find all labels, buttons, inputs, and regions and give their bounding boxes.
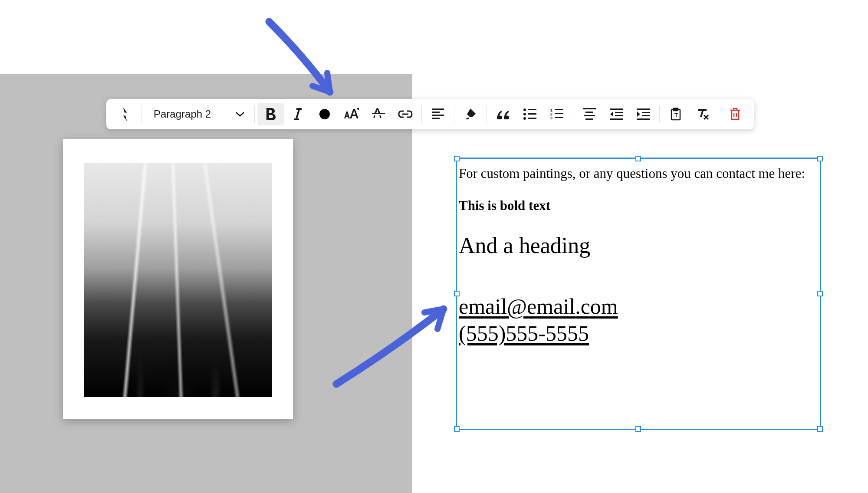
toolbar-divider bbox=[487, 105, 487, 123]
bold-button[interactable] bbox=[257, 103, 284, 125]
text-color-button[interactable] bbox=[311, 103, 338, 125]
svg-rect-29 bbox=[637, 118, 650, 120]
svg-point-8 bbox=[523, 113, 526, 115]
italic-button[interactable] bbox=[284, 103, 311, 125]
text-editor-content[interactable]: For custom paintings, or any questions y… bbox=[457, 159, 820, 350]
svg-rect-21 bbox=[585, 118, 593, 120]
toolbar-divider bbox=[719, 105, 719, 123]
toolbar-divider bbox=[454, 105, 454, 123]
heading-sample-text[interactable]: And a heading bbox=[459, 233, 818, 258]
svg-text:3: 3 bbox=[550, 116, 552, 120]
svg-rect-20 bbox=[584, 115, 595, 116]
bold-sample-text[interactable]: This is bold text bbox=[459, 198, 818, 214]
svg-rect-28 bbox=[642, 115, 650, 116]
resize-handle-bl[interactable] bbox=[454, 426, 460, 432]
svg-rect-31 bbox=[674, 108, 678, 111]
toolbar-divider bbox=[141, 105, 141, 123]
intro-paragraph[interactable]: For custom paintings, or any questions y… bbox=[459, 161, 818, 186]
toolbar-divider bbox=[254, 105, 255, 123]
vertical-align-button[interactable] bbox=[576, 103, 603, 125]
link-button[interactable] bbox=[392, 103, 419, 125]
resize-handle-tr[interactable] bbox=[817, 156, 823, 161]
text-format-toolbar: Paragraph 2 123 bbox=[106, 99, 754, 129]
email-link[interactable]: email@email.com bbox=[459, 293, 818, 320]
text-style-dropdown[interactable]: Paragraph 2 bbox=[147, 103, 249, 125]
indent-button[interactable] bbox=[630, 103, 657, 125]
svg-text:T: T bbox=[674, 112, 678, 118]
svg-rect-1 bbox=[372, 113, 385, 114]
clear-format-button[interactable] bbox=[689, 103, 716, 125]
svg-rect-7 bbox=[528, 109, 536, 110]
svg-rect-18 bbox=[583, 108, 596, 109]
svg-rect-22 bbox=[610, 108, 623, 110]
svg-rect-3 bbox=[432, 112, 440, 113]
svg-point-6 bbox=[523, 108, 526, 111]
align-button[interactable] bbox=[424, 103, 451, 125]
svg-rect-13 bbox=[555, 109, 563, 110]
phone-link[interactable]: (555)555-5555 bbox=[459, 320, 818, 347]
toolbar-divider bbox=[421, 105, 422, 123]
resize-handle-tc[interactable] bbox=[635, 156, 641, 161]
svg-rect-25 bbox=[610, 118, 623, 120]
resize-handle-bc[interactable] bbox=[635, 426, 641, 432]
toolbar-divider bbox=[659, 105, 660, 123]
svg-rect-23 bbox=[615, 112, 623, 113]
svg-rect-4 bbox=[432, 115, 444, 116]
delete-button[interactable] bbox=[722, 103, 749, 125]
resize-handle-mr[interactable] bbox=[817, 291, 823, 296]
svg-point-10 bbox=[523, 117, 526, 120]
svg-rect-11 bbox=[528, 118, 536, 119]
insert-shortcut-button[interactable] bbox=[112, 103, 138, 125]
bullet-list-button[interactable] bbox=[516, 103, 543, 125]
svg-rect-27 bbox=[642, 112, 650, 113]
paste-button[interactable]: T bbox=[662, 103, 689, 125]
svg-rect-2 bbox=[432, 108, 444, 110]
chevron-down-icon bbox=[235, 111, 245, 117]
toolbar-divider bbox=[573, 105, 573, 123]
quote-button[interactable] bbox=[490, 103, 516, 125]
strikethrough-button[interactable] bbox=[365, 103, 392, 125]
text-style-label: Paragraph 2 bbox=[154, 108, 211, 120]
svg-rect-19 bbox=[585, 112, 593, 113]
font-size-button[interactable] bbox=[338, 103, 365, 125]
numbered-list-button[interactable]: 123 bbox=[543, 103, 570, 125]
annotation-arrow-bottom bbox=[330, 295, 460, 391]
highlight-button[interactable] bbox=[457, 103, 484, 125]
resize-handle-br[interactable] bbox=[817, 426, 823, 432]
svg-point-0 bbox=[319, 109, 330, 119]
artwork-frame bbox=[63, 139, 293, 419]
svg-rect-9 bbox=[528, 113, 536, 115]
annotation-arrow-top bbox=[265, 17, 352, 104]
svg-rect-17 bbox=[555, 117, 563, 118]
artwork-image bbox=[84, 163, 272, 397]
svg-rect-26 bbox=[637, 108, 650, 110]
svg-rect-15 bbox=[555, 113, 563, 114]
outdent-button[interactable] bbox=[603, 103, 630, 125]
svg-rect-24 bbox=[615, 115, 623, 116]
svg-rect-5 bbox=[432, 118, 440, 119]
selected-text-block[interactable]: For custom paintings, or any questions y… bbox=[456, 158, 821, 430]
resize-handle-tl[interactable] bbox=[454, 156, 460, 161]
